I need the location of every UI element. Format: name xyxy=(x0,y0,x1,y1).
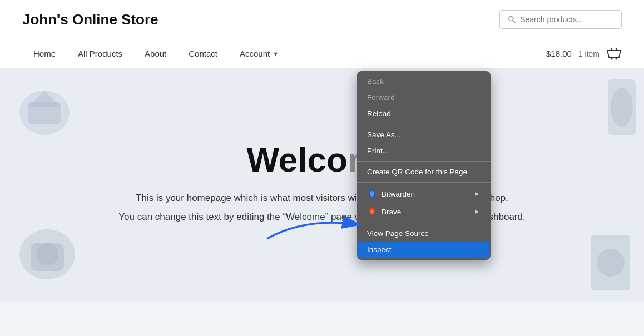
ctx-separator-1 xyxy=(357,124,491,124)
ctx-inspect[interactable]: Inspect xyxy=(358,242,489,258)
svg-point-11 xyxy=(611,88,633,127)
cart-price: $18.00 xyxy=(546,49,572,58)
ctx-save-as[interactable]: Save As... xyxy=(358,127,489,143)
ctx-print[interactable]: Print... xyxy=(358,143,489,159)
deco-bottom-left xyxy=(11,218,83,290)
svg-point-9 xyxy=(36,243,58,265)
ctx-view-source[interactable]: View Page Source xyxy=(358,225,489,242)
cart-count: 1 item xyxy=(578,49,600,58)
nav-item-contact[interactable]: Contact xyxy=(177,39,229,68)
nav-item-home[interactable]: Home xyxy=(22,39,67,68)
header: John's Online Store xyxy=(0,0,644,39)
search-icon xyxy=(508,15,516,24)
search-box[interactable] xyxy=(499,10,622,29)
svg-point-13 xyxy=(597,249,625,277)
svg-point-3 xyxy=(616,58,617,59)
search-input[interactable] xyxy=(520,15,613,24)
nav-item-all-products[interactable]: All Products xyxy=(67,39,133,68)
submenu-arrow-brave: ► xyxy=(474,208,480,215)
svg-point-0 xyxy=(509,17,513,21)
arrow-annotation xyxy=(261,205,373,247)
ctx-separator-2 xyxy=(357,161,491,162)
nav-item-account[interactable]: Account ▼ xyxy=(229,39,290,68)
cart-icon[interactable] xyxy=(606,47,622,61)
ctx-separator-3 xyxy=(357,182,491,183)
svg-point-2 xyxy=(611,58,613,59)
bitwarden-icon xyxy=(367,189,377,199)
svg-line-1 xyxy=(513,21,515,23)
ctx-separator-4 xyxy=(357,223,491,223)
ctx-reload[interactable]: Reload xyxy=(358,106,489,122)
deco-top-left xyxy=(11,79,78,146)
deco-bottom-right xyxy=(588,229,633,296)
site-title: John's Online Store xyxy=(22,11,158,28)
ctx-qr[interactable]: Create QR Code for this Page xyxy=(358,164,489,180)
submenu-arrow: ► xyxy=(474,190,480,198)
deco-top-right xyxy=(605,74,638,141)
chevron-down-icon: ▼ xyxy=(273,51,279,57)
context-menu: Back Forward Reload Save As... Print... … xyxy=(357,71,491,260)
ctx-forward[interactable]: Forward xyxy=(358,89,489,106)
ctx-bitwarden[interactable]: Bitwarden ► xyxy=(358,185,489,203)
cart-area: $18.00 1 item xyxy=(546,47,622,61)
nav-bar: Home All Products About Contact Account … xyxy=(0,39,644,68)
hero-section: Welcome This is your homepage which is w… xyxy=(0,68,644,302)
nav-item-about[interactable]: About xyxy=(133,39,177,68)
ctx-brave[interactable]: Brave ► xyxy=(358,203,489,220)
ctx-back[interactable]: Back xyxy=(358,73,489,89)
